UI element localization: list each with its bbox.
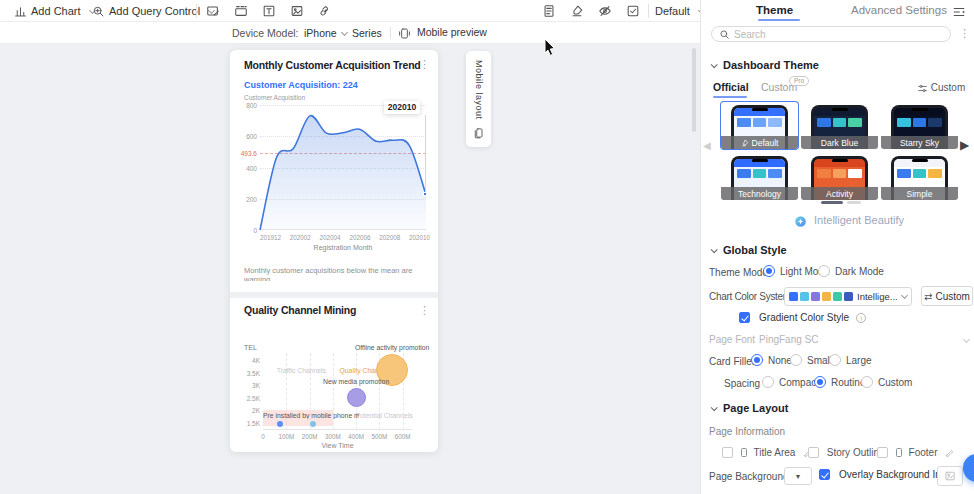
image-widget-button[interactable] [288,3,306,19]
page-information-label: Page Information [709,426,785,437]
tooltip-guide-line [425,115,426,193]
help-floating-button[interactable] [963,454,974,482]
mobile-layout-label: Mobile layout [474,60,484,120]
hide-button[interactable] [596,3,614,19]
text-widget-icon [262,4,276,18]
story-outline-label: Story Outline [827,447,885,458]
clean-icon [570,4,584,18]
theme-thumb-technology[interactable]: Technology [721,153,798,200]
chevron-down-icon [341,29,348,36]
image-widget-icon [290,4,304,18]
pager-active[interactable] [821,201,843,204]
mouse-cursor [543,38,557,58]
export-button[interactable] [540,3,558,19]
chart2-menu-icon[interactable]: ⋮ [419,304,429,317]
card-fillet-none[interactable]: None [751,354,792,366]
mobile-layout-icon [473,127,485,139]
search-box[interactable] [711,26,951,42]
app-root: { "toolbar": { "add_chart_label": "Add C… [0,0,974,494]
series-button[interactable]: Series [352,27,382,39]
bubble-new-media-promotion[interactable] [347,388,366,407]
tab-widget-button[interactable] [232,3,250,19]
spacing-custom[interactable]: Custom [861,376,912,388]
bubble-label: Pre installed by mobile phone manufactur… [263,412,359,419]
card-divider [230,292,438,298]
mobile-preview-button[interactable]: Mobile preview [398,26,487,40]
info-icon[interactable]: i [856,313,866,323]
export-icon [542,4,556,18]
custom-color-button[interactable]: ⇄ Custom [921,286,973,306]
theme-thumb-default[interactable]: Default [721,102,798,149]
customize-theme-button[interactable]: Custom [917,82,965,94]
mobile-preview-card[interactable]: Monthly Customer Acquisition Trend ⋮ Cus… [230,50,438,452]
view-mode-dropdown[interactable]: Default [655,0,704,22]
carousel-next-icon[interactable]: ▶ [960,138,969,152]
color-swatch [844,292,853,301]
mobile-layout-tab[interactable]: Mobile layout [466,51,491,147]
line-chart-plot[interactable]: 0200400600800493.6 202010 [260,105,426,230]
theme-tiles [734,167,785,178]
card-fillet-large[interactable]: Large [829,354,872,366]
bubble-chart-plot[interactable]: 0100M200M300M400M500M600M4K3.5K3K2.5K2K1… [263,353,412,430]
bubble-pre-installed-by-mobile-phone-manufacturers[interactable] [277,421,283,427]
background-image-button[interactable] [937,466,963,486]
theme-thumb-activity[interactable]: Activity [801,153,878,200]
text-widget-button[interactable] [260,3,278,19]
theme-tile [897,118,911,127]
phone-notch [832,108,848,111]
color-swatch [789,292,798,301]
theme-thumb-simple[interactable]: Simple [881,153,958,200]
carousel-prev-icon[interactable]: ◀ [703,140,711,151]
bubble-point[interactable] [310,421,316,427]
brush-icon [741,139,749,147]
section-page-layout[interactable]: Page Layout [711,402,788,414]
phone-notch [912,159,928,162]
batch-select-button[interactable] [624,3,642,19]
y-tick-label: 400 [246,164,257,171]
intelligent-beautify-button[interactable]: Intelligent Beautify [794,214,904,228]
tab-official[interactable]: Official [713,81,749,93]
chart1-metric[interactable]: Customer Acquisition: 224 [244,80,358,90]
pager-inactive[interactable] [847,201,861,204]
tab-theme[interactable]: Theme [756,4,793,16]
link-widget-button[interactable] [316,3,334,19]
section-dashboard-theme[interactable]: Dashboard Theme [711,59,819,71]
beautify-sparkle-icon [794,215,807,228]
x-tick-label: 400M [348,433,364,440]
phone-notch [912,108,928,111]
theme-thumb-starry-sky[interactable]: Starry Sky [881,102,958,149]
section-global-style[interactable]: Global Style [711,244,787,256]
story-outline-checkbox[interactable]: Story Outline [808,447,885,458]
search-input[interactable] [734,29,914,40]
batch-select-icon [626,4,640,18]
page-font-dropdown-icon [963,336,970,343]
theme-tile [753,169,767,178]
collapse-panel-button[interactable] [952,5,966,19]
global-style-title: Global Style [723,244,787,256]
container-widget-button[interactable] [204,3,222,19]
dashboard-theme-title: Dashboard Theme [723,59,819,71]
edit-icon[interactable] [945,448,955,458]
theme-mode-dark-mode[interactable]: Dark Mode [818,265,884,277]
card-fillet-small[interactable]: Small [790,354,832,366]
clean-button[interactable] [568,3,586,19]
chart1-menu-icon[interactable]: ⋮ [419,58,429,71]
radio-icon [751,354,763,366]
tab-advanced-settings[interactable]: Advanced Settings [851,4,947,16]
title-area-checkbox[interactable]: Title Area [722,447,813,458]
page-background-color-select[interactable]: ▼ [784,467,812,485]
spacing-compact[interactable]: Compact [762,376,819,388]
footer-checkbox[interactable]: Footer [877,447,955,458]
spacing-routine[interactable]: Routine [814,376,865,388]
y-tick-label: 4K [252,357,260,364]
radio-icon [818,265,830,277]
theme-name-label: Default [752,138,779,148]
theme-thumb-dark-blue[interactable]: Dark Blue [801,102,878,149]
chart-color-select[interactable]: Intellige... [784,287,912,306]
device-bar-divider [390,27,391,39]
device-model-select[interactable]: iPhone [304,27,347,39]
canvas-scrollbar[interactable] [692,48,696,132]
add-chart-button[interactable]: Add Chart [14,0,95,22]
gradient-style-checkbox[interactable]: Gradient Color Style i [739,311,866,323]
search-more-icon[interactable]: ⋮ [959,27,970,40]
